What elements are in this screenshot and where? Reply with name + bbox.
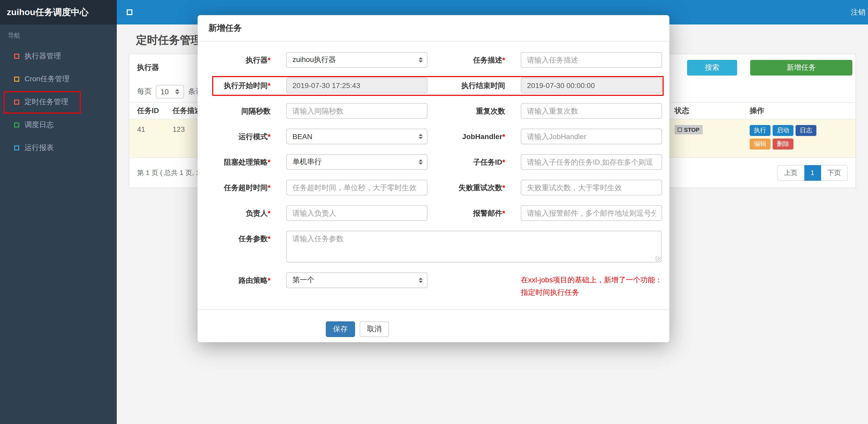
sidebar-item-label: 执行器管理 [25, 52, 61, 61]
feature-note-line1: 在xxl-jobs项目的基础上，新增了一个功能： [521, 273, 662, 286]
status-badge: STOP [675, 125, 703, 134]
modal-header: 新增任务 [197, 15, 670, 42]
select-caret-icon [418, 57, 423, 63]
page-title: 定时任务管理 [136, 33, 202, 47]
sidebar-item-label: 定时任务管理 [25, 97, 68, 107]
timeout-input[interactable] [286, 180, 428, 195]
select-caret-icon [418, 134, 423, 139]
header-job-id: 任务ID [129, 102, 173, 119]
owner-input[interactable] [286, 205, 428, 221]
square-icon [14, 145, 19, 151]
screen: zuihou任务调度中心 注销 导航 执行器管理 Cron任务管理 定时任务管理… [0, 0, 868, 424]
job-param-label: 任务参数* [197, 231, 271, 247]
retry-count-input[interactable] [521, 180, 662, 195]
executor-filter-label: 执行器 [137, 63, 159, 72]
run-mode-select[interactable]: BEAN [286, 129, 428, 144]
repeat-count-label: 重复次数 [428, 103, 505, 119]
search-button[interactable]: 搜索 [687, 60, 737, 75]
sidebar-item-label: 调度日志 [25, 120, 54, 130]
delete-button[interactable]: 删除 [773, 138, 794, 150]
resize-handle-icon[interactable] [655, 256, 660, 261]
pagination-summary: 第 1 页 ( 总共 1 页, 1 [137, 165, 200, 177]
run-mode-label: 运行模式* [197, 129, 271, 144]
executor-select-value: zuihou执行器 [292, 55, 336, 65]
page-size-select[interactable]: 10 [156, 85, 184, 98]
executor-select[interactable]: zuihou执行器 [286, 52, 428, 68]
prev-page-button[interactable]: 上页 [777, 165, 804, 181]
jobhandler-label: JobHandler* [428, 129, 505, 144]
header-operation: 操作 [750, 102, 856, 119]
select-caret-icon [175, 89, 179, 94]
page-number-button[interactable]: 1 [804, 165, 821, 181]
select-caret-icon [418, 278, 423, 283]
sidebar-item-label: 运行报表 [25, 143, 54, 153]
feature-note-line2: 指定时间执行任务 [521, 286, 662, 298]
alarm-email-input[interactable] [521, 205, 662, 221]
modal-footer: 保存 取消 [197, 310, 670, 337]
sidebar-toggle-icon[interactable] [127, 9, 132, 15]
feature-note: 在xxl-jobs项目的基础上，新增了一个功能： 指定时间执行任务 [521, 273, 662, 298]
run-button[interactable]: 执行 [750, 125, 771, 136]
modal-body: 执行器* zuihou执行器 任务描述* 执行开始时间* 执行结束时间 间隔秒数 [197, 42, 670, 337]
nav-section-label: 导航 [0, 25, 117, 45]
select-caret-icon [418, 159, 423, 165]
route-strategy-label: 路由策略* [197, 272, 271, 288]
sidebar-item-executor-management[interactable]: 执行器管理 [0, 45, 117, 68]
page-size-value: 10 [161, 88, 169, 96]
owner-label: 负责人* [197, 205, 271, 221]
end-time-label: 执行结束时间 [428, 77, 505, 93]
modal-title: 新增任务 [209, 23, 242, 34]
square-icon [14, 76, 19, 82]
route-strategy-select-value: 第一个 [292, 275, 314, 285]
cell-job-id: 41 [129, 119, 173, 158]
sidebar-item-scheduled-task-management[interactable]: 定时任务管理 [0, 91, 117, 113]
square-icon [14, 54, 19, 59]
block-strategy-label: 阻塞处理策略* [197, 154, 271, 170]
header-status: 状态 [675, 102, 750, 119]
square-icon [14, 122, 19, 128]
block-strategy-select[interactable]: 单机串行 [286, 154, 428, 170]
pager: 上页 1 下页 [777, 165, 848, 181]
square-icon [14, 99, 19, 105]
job-desc-input[interactable] [521, 52, 662, 68]
job-desc-label: 任务描述* [428, 52, 505, 68]
timeout-label: 任务超时时间* [197, 180, 271, 195]
end-time-input[interactable] [521, 77, 662, 93]
start-time-label: 执行开始时间* [197, 77, 271, 93]
sidebar-item-run-report[interactable]: 运行报表 [0, 136, 117, 159]
logout-link[interactable]: 注销 [850, 0, 866, 25]
per-page-label: 每页 [137, 87, 152, 96]
retry-count-label: 失败重试次数* [428, 180, 505, 195]
child-job-input[interactable] [521, 154, 662, 170]
add-task-modal: 新增任务 执行器* zuihou执行器 任务描述* 执行开始时间* 执行结束时间 [197, 15, 670, 342]
run-mode-select-value: BEAN [292, 132, 312, 141]
job-param-textarea[interactable] [286, 231, 661, 263]
start-button[interactable]: 启动 [773, 125, 794, 136]
alarm-email-label: 报警邮件* [428, 205, 505, 221]
save-button[interactable]: 保存 [326, 321, 355, 337]
cancel-button[interactable]: 取消 [360, 321, 389, 337]
sidebar: 导航 执行器管理 Cron任务管理 定时任务管理 调度日志 运行报表 [0, 25, 117, 424]
sidebar-item-schedule-log[interactable]: 调度日志 [0, 113, 117, 136]
log-button[interactable]: 日志 [796, 125, 816, 136]
edit-button[interactable]: 编辑 [750, 138, 771, 150]
next-page-button[interactable]: 下页 [821, 165, 848, 181]
sidebar-item-cron-task-management[interactable]: Cron任务管理 [0, 68, 117, 91]
app-brand[interactable]: zuihou任务调度中心 [0, 0, 117, 25]
route-strategy-select[interactable]: 第一个 [286, 272, 428, 288]
cell-status: STOP [675, 119, 750, 158]
sidebar-item-label: Cron任务管理 [25, 74, 70, 84]
interval-label: 间隔秒数 [197, 103, 271, 119]
repeat-count-input[interactable] [521, 103, 662, 119]
add-task-button[interactable]: 新增任务 [750, 60, 852, 75]
interval-input[interactable] [286, 103, 428, 119]
child-job-label: 子任务ID* [428, 154, 505, 170]
jobhandler-input[interactable] [521, 129, 662, 144]
block-strategy-select-value: 单机串行 [292, 157, 322, 167]
status-text: STOP [684, 127, 700, 133]
square-icon [678, 128, 682, 132]
cell-operations: 执行 启动 日志 编辑 删除 [750, 119, 856, 158]
executor-label: 执行器* [197, 52, 271, 68]
start-time-input[interactable] [286, 77, 428, 93]
